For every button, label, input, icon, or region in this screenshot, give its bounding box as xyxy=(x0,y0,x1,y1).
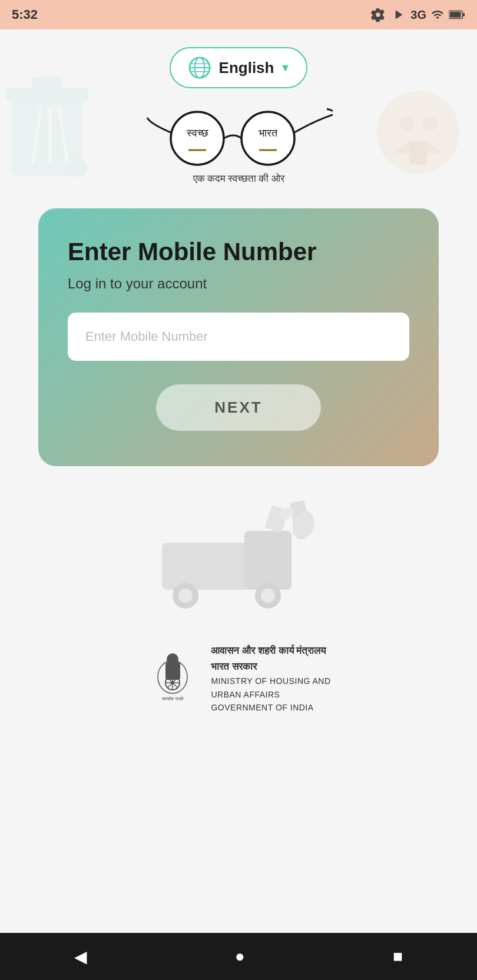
svg-point-32 xyxy=(261,589,275,603)
ministry-english-country: GOVERNMENT OF INDIA xyxy=(211,701,330,714)
svg-text:भारत: भारत xyxy=(259,127,278,139)
home-button[interactable]: ● xyxy=(217,941,263,972)
nav-bar: ◀ ● ■ xyxy=(0,933,477,980)
ministry-footer: सत्यमेव जयते आवासन और शहरी कार्य मंत्राल… xyxy=(146,631,330,732)
status-time: 5:32 xyxy=(12,7,38,22)
svg-rect-28 xyxy=(244,531,292,590)
svg-rect-2 xyxy=(450,12,461,17)
play-icon xyxy=(390,7,406,22)
settings-icon xyxy=(370,7,386,22)
svg-text:स्वच्छ: स्वच्छ xyxy=(186,127,208,139)
globe-icon xyxy=(188,57,211,79)
language-selector[interactable]: English ▾ xyxy=(170,47,308,88)
recent-button[interactable]: ■ xyxy=(375,941,420,972)
ministry-hindi-name: आवासन और शहरी कार्य मंत्रालय xyxy=(211,643,330,659)
back-button[interactable]: ◀ xyxy=(57,941,105,972)
language-label: English xyxy=(219,59,274,77)
svg-point-30 xyxy=(178,589,193,603)
ministry-english-name: MINISTRY OF HOUSING AND xyxy=(211,675,330,687)
card-subtitle: Log in to your account xyxy=(68,275,409,292)
swachh-bharat-logo-area: स्वच्छ भारत एक कदम स्वच्छता की ओर xyxy=(12,106,465,185)
svg-text:सत्यमेव जयते: सत्यमेव जयते xyxy=(161,696,183,702)
swachh-bharat-logo: स्वच्छ भारत एक कदम स्वच्छता की ओर xyxy=(144,106,333,185)
ministry-hindi-sub: भारत सरकार xyxy=(211,659,330,675)
swachh-tagline: एक कदम स्वच्छता की ओर xyxy=(193,173,284,185)
svg-rect-1 xyxy=(462,13,465,16)
card-title: Enter Mobile Number xyxy=(68,238,409,266)
ministry-english-sub: URBAN AFFAIRS xyxy=(211,688,330,701)
mobile-number-input[interactable] xyxy=(68,313,409,361)
garbage-truck-illustration xyxy=(150,496,327,613)
status-bar: 5:32 3G xyxy=(0,0,477,29)
glasses-logo-svg: स्वच्छ भारत xyxy=(144,106,333,171)
ashoka-emblem: सत्यमेव जयते xyxy=(146,652,199,705)
login-card: Enter Mobile Number Log in to your accou… xyxy=(38,208,439,466)
bottom-illustration xyxy=(12,496,465,613)
main-content: English ▾ स्वच्छ भारत xyxy=(0,29,477,933)
svg-rect-27 xyxy=(162,543,256,590)
status-icons: 3G xyxy=(370,7,465,22)
chevron-down-icon: ▾ xyxy=(282,60,289,75)
next-button[interactable]: NEXT xyxy=(156,384,321,431)
svg-point-38 xyxy=(167,653,178,665)
signal-icon xyxy=(431,8,444,21)
ministry-text-block: आवासन और शहरी कार्य मंत्रालय भारत सरकार … xyxy=(211,643,330,715)
network-indicator: 3G xyxy=(410,8,426,22)
battery-icon xyxy=(449,8,465,21)
svg-rect-5 xyxy=(32,77,62,91)
